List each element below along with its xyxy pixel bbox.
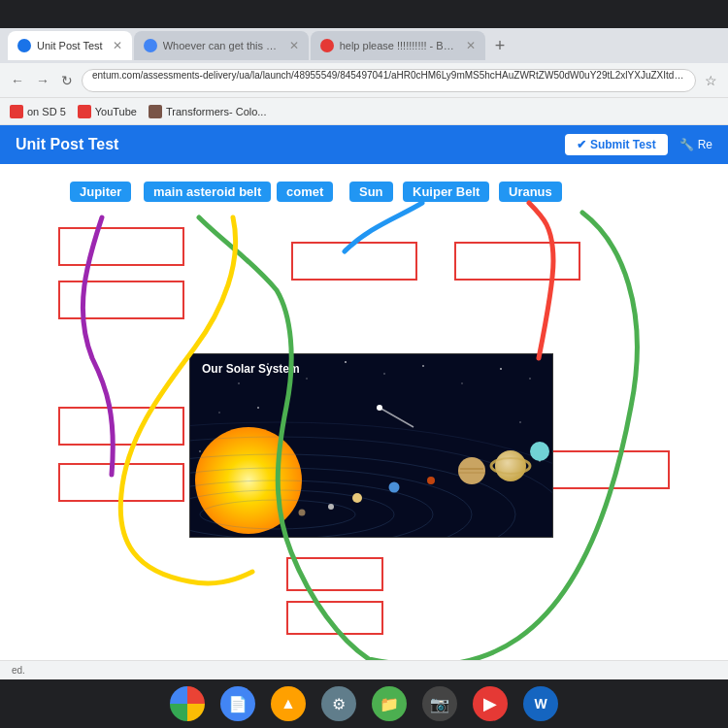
svg-point-27 bbox=[427, 477, 435, 484]
svg-point-14 bbox=[199, 450, 201, 452]
taskbar: 📄 ▲ ⚙ 📁 📷 ▶ W bbox=[0, 679, 728, 728]
top-bar: Unit Post Test ✕ Whoever can get this ri… bbox=[0, 0, 728, 63]
solar-system-svg bbox=[190, 354, 553, 538]
bookmark-sd5-label: on SD 5 bbox=[27, 106, 66, 117]
tab-bar: Unit Post Test ✕ Whoever can get this ri… bbox=[0, 28, 728, 63]
word-uranus[interactable]: Uranus bbox=[499, 182, 562, 202]
answer-box-7[interactable] bbox=[544, 450, 670, 489]
tab2-close[interactable]: ✕ bbox=[289, 39, 299, 52]
taskbar-chrome[interactable] bbox=[170, 686, 205, 721]
svg-point-25 bbox=[352, 493, 362, 503]
taskbar-youtube[interactable]: ▶ bbox=[473, 686, 508, 721]
taskbar-files[interactable]: 📁 bbox=[372, 686, 407, 721]
new-tab-button[interactable]: + bbox=[487, 36, 513, 56]
url-input[interactable]: entum.com/assessments-delivery/ua/la/lau… bbox=[82, 69, 696, 92]
svg-point-7 bbox=[422, 365, 424, 367]
tab-brainly[interactable]: help please !!!!!!!!!! - Brainly.com ✕ bbox=[311, 31, 485, 60]
answer-box-2[interactable] bbox=[58, 281, 184, 319]
answer-box-8[interactable] bbox=[286, 557, 383, 591]
tab1-label: Unit Post Test bbox=[37, 40, 103, 51]
svg-point-26 bbox=[389, 482, 400, 493]
bookmark-star[interactable]: ☆ bbox=[702, 73, 720, 88]
word-comet[interactable]: comet bbox=[277, 182, 333, 202]
bookmark-youtube[interactable]: YouTube bbox=[78, 105, 137, 118]
svg-point-13 bbox=[519, 421, 521, 423]
app-header: Unit Post Test ✔ Submit Test 🔧 Re bbox=[0, 125, 728, 164]
submit-test-button[interactable]: ✔ Submit Test bbox=[565, 134, 668, 155]
forward-button[interactable]: → bbox=[33, 73, 52, 88]
word-jupiter[interactable]: Jupiter bbox=[70, 182, 131, 202]
status-bar: ed. bbox=[0, 660, 728, 679]
checkmark-icon: ✔ bbox=[577, 138, 586, 151]
svg-point-37 bbox=[299, 510, 306, 516]
answer-box-6[interactable] bbox=[58, 463, 184, 502]
status-text: ed. bbox=[12, 665, 25, 676]
app-bar-right: ✔ Submit Test 🔧 Re bbox=[565, 134, 712, 155]
app-title: Unit Post Test bbox=[16, 136, 118, 153]
svg-point-6 bbox=[383, 373, 385, 375]
screen: Unit Post Test ✕ Whoever can get this ri… bbox=[0, 0, 728, 728]
svg-point-35 bbox=[377, 405, 382, 411]
taskbar-drive[interactable]: ▲ bbox=[271, 686, 306, 721]
svg-point-31 bbox=[458, 457, 485, 484]
taskbar-word[interactable]: W bbox=[523, 686, 558, 721]
answer-box-9[interactable] bbox=[286, 601, 383, 635]
answer-box-3[interactable] bbox=[291, 242, 417, 281]
tab3-label: help please !!!!!!!!!! - Brainly.com bbox=[340, 40, 456, 51]
back-button[interactable]: ← bbox=[8, 73, 27, 88]
solar-system-label: Our Solar System bbox=[202, 362, 300, 376]
main-content: Jupiter main asteroid belt comet Sun Kui… bbox=[0, 164, 728, 660]
answer-box-5[interactable] bbox=[58, 407, 184, 446]
svg-point-11 bbox=[218, 412, 220, 414]
taskbar-settings[interactable]: ⚙ bbox=[321, 686, 356, 721]
svg-point-24 bbox=[328, 504, 334, 510]
answer-box-4[interactable] bbox=[454, 242, 580, 281]
wrench-icon: 🔧 bbox=[679, 138, 694, 151]
svg-point-10 bbox=[529, 378, 531, 380]
tab1-close[interactable]: ✕ bbox=[113, 39, 122, 52]
word-sun[interactable]: Sun bbox=[349, 182, 393, 202]
bookmark-transformers[interactable]: Transformers- Colo... bbox=[149, 105, 267, 118]
svg-point-12 bbox=[257, 407, 259, 409]
solar-system-image: Our Solar System bbox=[189, 353, 553, 538]
tab2-label: Whoever can get this right is fre... bbox=[163, 40, 280, 51]
word-kuiper-belt[interactable]: Kuiper Belt bbox=[403, 182, 489, 202]
re-label: Re bbox=[698, 138, 712, 151]
submit-label: Submit Test bbox=[590, 138, 656, 151]
svg-point-5 bbox=[345, 361, 347, 363]
tab-whoever[interactable]: Whoever can get this right is fre... ✕ bbox=[134, 31, 309, 60]
taskbar-camera[interactable]: 📷 bbox=[422, 686, 457, 721]
bookmark-transformers-label: Transformers- Colo... bbox=[166, 106, 267, 117]
svg-point-2 bbox=[238, 382, 240, 384]
svg-point-36 bbox=[530, 442, 549, 461]
address-bar: ← → ↻ entum.com/assessments-delivery/ua/… bbox=[0, 63, 728, 98]
re-button[interactable]: 🔧 Re bbox=[679, 138, 712, 151]
taskbar-docs[interactable]: 📄 bbox=[220, 686, 255, 721]
svg-point-8 bbox=[461, 382, 463, 384]
reload-button[interactable]: ↻ bbox=[58, 73, 76, 88]
bookmarks-bar: on SD 5 YouTube Transformers- Colo... bbox=[0, 98, 728, 125]
svg-point-9 bbox=[500, 368, 502, 370]
svg-point-4 bbox=[306, 378, 308, 380]
word-main-asteroid[interactable]: main asteroid belt bbox=[144, 182, 271, 202]
bookmark-youtube-label: YouTube bbox=[95, 106, 137, 117]
svg-point-29 bbox=[495, 450, 526, 481]
tab3-close[interactable]: ✕ bbox=[466, 39, 476, 52]
bookmark-sd5[interactable]: on SD 5 bbox=[10, 105, 66, 118]
answer-box-1[interactable] bbox=[58, 227, 184, 266]
tab-unit-post-test[interactable]: Unit Post Test ✕ bbox=[8, 31, 132, 60]
